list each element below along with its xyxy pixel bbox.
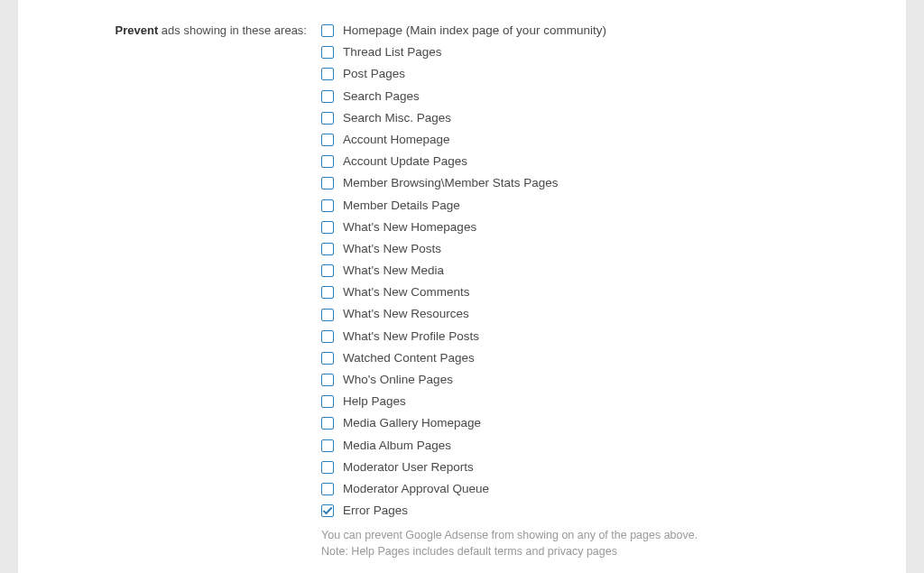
checkbox-whats-new-media[interactable] [321,264,334,277]
option-label: Moderator Approval Queue [343,482,489,496]
option-moderator-user-reports[interactable]: Moderator User Reports [321,457,888,478]
checkbox-member-browsing-stats[interactable] [321,177,334,189]
option-account-homepage[interactable]: Account Homepage [321,129,888,151]
option-account-update-pages[interactable]: Account Update Pages [321,151,888,172]
option-whats-new-posts[interactable]: What's New Posts [321,238,888,260]
option-label: Media Gallery Homepage [343,416,481,430]
hint-line-1: You can prevent Google Adsense from show… [321,527,888,543]
checkbox-whats-new-posts[interactable] [321,243,334,255]
option-search-misc-pages[interactable]: Search Misc. Pages [321,107,888,129]
checkbox-error-pages[interactable] [321,504,334,517]
checkbox-whats-new-homepages[interactable] [321,221,334,234]
option-whats-new-homepages[interactable]: What's New Homepages [321,217,888,238]
option-label: What's New Posts [343,242,441,256]
checkbox-moderator-approval-queue[interactable] [321,483,334,495]
option-label: Post Pages [343,67,405,81]
setting-label: Prevent ads showing in these areas: [18,20,321,564]
checkbox-media-gallery-homepage[interactable] [321,417,334,430]
checkbox-account-homepage[interactable] [321,134,334,146]
option-homepage[interactable]: Homepage (Main index page of your commun… [321,20,888,42]
checkbox-whats-new-comments[interactable] [321,286,334,299]
checkbox-whats-new-profile-posts[interactable] [321,330,334,343]
option-post-pages[interactable]: Post Pages [321,63,888,85]
checkbox-account-update-pages[interactable] [321,155,334,168]
checkbox-help-pages[interactable] [321,395,334,408]
option-label: Who's Online Pages [343,373,453,387]
option-help-pages[interactable]: Help Pages [321,391,888,412]
option-label: Member Browsing\Member Stats Pages [343,176,559,190]
checkbox-search-misc-pages[interactable] [321,112,334,125]
setting-label-rest: ads showing in these areas: [158,23,307,37]
option-thread-list-pages[interactable]: Thread List Pages [321,42,888,63]
checkbox-whats-new-resources[interactable] [321,309,334,321]
option-member-browsing-stats[interactable]: Member Browsing\Member Stats Pages [321,172,888,194]
checkbox-search-pages[interactable] [321,90,334,103]
option-label: Media Album Pages [343,439,451,453]
option-whats-new-media[interactable]: What's New Media [321,260,888,282]
option-label: What's New Media [343,263,444,278]
option-label: Search Misc. Pages [343,111,451,125]
option-label: What's New Profile Posts [343,329,479,344]
checkbox-homepage[interactable] [321,24,334,37]
checkbox-whos-online-pages[interactable] [321,374,334,386]
option-label: Help Pages [343,394,406,409]
checkbox-watched-content-pages[interactable] [321,352,334,365]
settings-panel: Prevent ads showing in these areas: Home… [18,0,906,573]
option-label: What's New Homepages [343,220,476,235]
option-media-gallery-homepage[interactable]: Media Gallery Homepage [321,412,888,434]
option-label: Search Pages [343,89,420,104]
option-whos-online-pages[interactable]: Who's Online Pages [321,369,888,391]
option-whats-new-resources[interactable]: What's New Resources [321,303,888,325]
checkbox-member-details-page[interactable] [321,199,334,212]
option-label: Member Details Page [343,199,460,213]
hint-line-2: Note: Help Pages includes default terms … [321,543,888,559]
option-label: Thread List Pages [343,45,442,60]
option-moderator-approval-queue[interactable]: Moderator Approval Queue [321,478,888,500]
option-label: Account Update Pages [343,154,467,169]
option-label: What's New Comments [343,285,470,300]
option-search-pages[interactable]: Search Pages [321,86,888,107]
page-background: Prevent ads showing in these areas: Home… [0,0,924,573]
option-whats-new-comments[interactable]: What's New Comments [321,282,888,303]
option-label: What's New Resources [343,307,469,321]
setting-hint: You can prevent Google Adsense from show… [321,527,888,559]
option-label: Error Pages [343,504,408,518]
option-error-pages[interactable]: Error Pages [321,500,888,522]
checkbox-moderator-user-reports[interactable] [321,461,334,474]
checkbox-post-pages[interactable] [321,68,334,80]
option-label: Moderator User Reports [343,460,474,475]
option-member-details-page[interactable]: Member Details Page [321,195,888,217]
option-watched-content-pages[interactable]: Watched Content Pages [321,347,888,369]
checkbox-media-album-pages[interactable] [321,439,334,452]
setting-label-strong: Prevent [116,23,159,37]
option-label: Account Homepage [343,133,450,147]
options-list: Homepage (Main index page of your commun… [321,20,888,522]
option-media-album-pages[interactable]: Media Album Pages [321,435,888,457]
option-whats-new-profile-posts[interactable]: What's New Profile Posts [321,326,888,347]
option-label: Homepage (Main index page of your commun… [343,23,606,38]
option-label: Watched Content Pages [343,351,475,365]
setting-field: Homepage (Main index page of your commun… [321,20,906,564]
checkbox-thread-list-pages[interactable] [321,46,334,59]
